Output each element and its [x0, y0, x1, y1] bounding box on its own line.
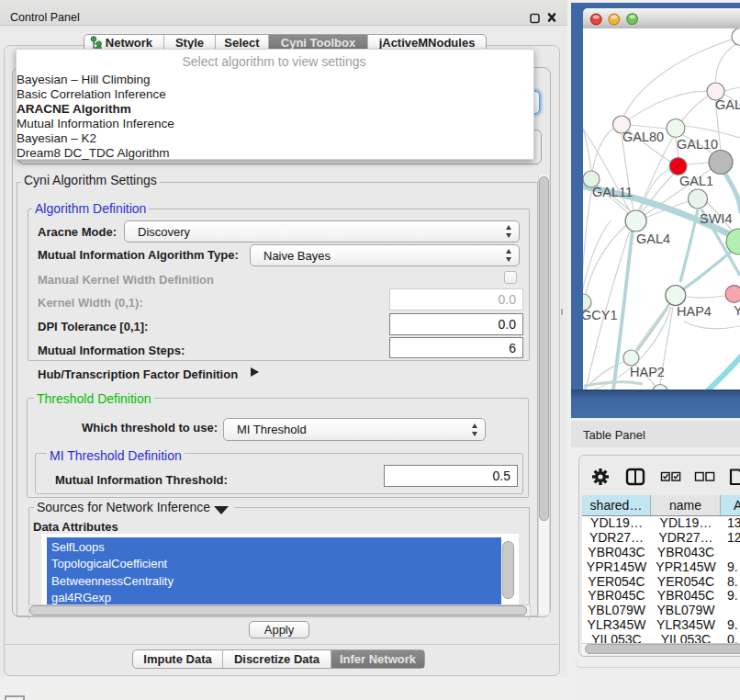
- svg-text:HAP4: HAP4: [677, 304, 712, 319]
- svg-text:GAL10: GAL10: [677, 137, 718, 152]
- svg-text:GAL2: GAL2: [715, 97, 740, 112]
- svg-text:GAL4: GAL4: [636, 231, 670, 246]
- svg-text:Y: Y: [734, 303, 740, 318]
- svg-text:HAP2: HAP2: [630, 365, 665, 379]
- svg-text:GAL80: GAL80: [622, 130, 664, 144]
- svg-text:GCY1: GCY1: [583, 308, 618, 322]
- svg-text:GAL11: GAL11: [592, 185, 633, 199]
- svg-text:GAL1: GAL1: [679, 174, 713, 188]
- svg-text:SWI4: SWI4: [700, 211, 732, 226]
